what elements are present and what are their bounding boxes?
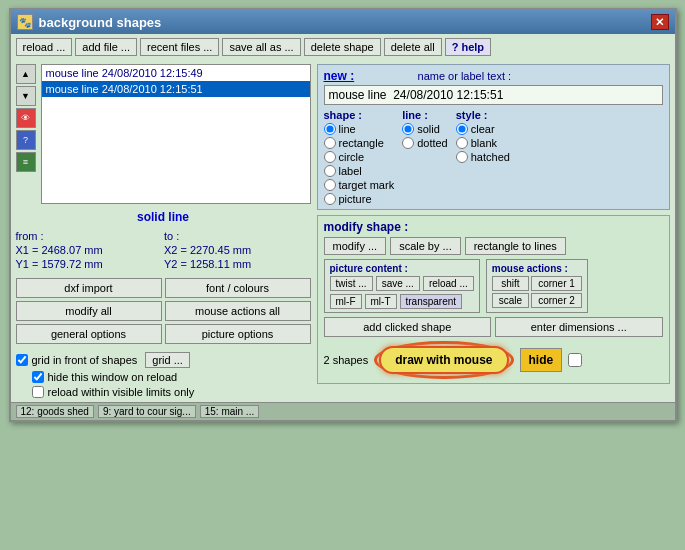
corner2-button[interactable]: corner 2: [531, 293, 582, 308]
style-clear-label: clear: [471, 123, 495, 135]
modify-mouse-row: modify all mouse actions all: [16, 301, 311, 321]
name-input-wrapper: [324, 83, 663, 105]
line-solid-radio-input[interactable]: [402, 123, 414, 135]
coords-grid: from : to : X1 = 2468.07 mm X2 = 2270.45…: [16, 230, 311, 270]
line-dotted-radio-input[interactable]: [402, 137, 414, 149]
shape-rectangle-label: rectangle: [339, 137, 384, 149]
left-panel: ▲ ▼ 👁 ? ≡ mouse line 24/08/2010 12:15:49…: [16, 64, 311, 398]
new-label: new :: [324, 69, 355, 83]
grid-front-checkbox[interactable]: [16, 354, 28, 366]
style-blank-radio-input[interactable]: [456, 137, 468, 149]
status-bar: 12: goods shed 9: yard to cour sig... 15…: [11, 402, 675, 420]
hide-button[interactable]: hide: [520, 348, 563, 372]
file-list[interactable]: mouse line 24/08/2010 12:15:49 mouse lin…: [41, 64, 311, 204]
draw-mouse-highlight: draw with mouse: [374, 341, 513, 379]
reload-visible-checkbox[interactable]: [32, 386, 44, 398]
shape-picture-radio-input[interactable]: [324, 193, 336, 205]
status-item-2: 9: yard to cour sig...: [98, 405, 196, 418]
mouse-actions-grid: shift corner 1 scale corner 2: [492, 276, 582, 308]
app-icon: 🐾: [17, 14, 33, 30]
shape-picture-label: picture: [339, 193, 372, 205]
lines-icon[interactable]: ≡: [16, 152, 36, 172]
shape-rectangle-radio-input[interactable]: [324, 137, 336, 149]
window-title: background shapes: [39, 15, 162, 30]
picture-content-row2: ml-F ml-T transparent: [330, 294, 474, 309]
grid-front-row: grid in front of shapes grid ...: [16, 352, 311, 368]
shape-label-label: label: [339, 165, 362, 177]
shapes-count: 2 shapes: [324, 354, 369, 366]
mlt-button[interactable]: ml-T: [365, 294, 397, 309]
recent-files-button[interactable]: recent files ...: [140, 38, 219, 56]
modify-row: modify ... scale by ... rectangle to lin…: [324, 237, 663, 255]
twist-button[interactable]: twist ...: [330, 276, 373, 291]
dxf-import-button[interactable]: dxf import: [16, 278, 162, 298]
shape-line-radio: line: [324, 123, 395, 135]
style-clear-radio: clear: [456, 123, 510, 135]
picture-mouse-row: picture content : twist ... save ... rel…: [324, 259, 663, 313]
dxf-font-row: dxf import font / colours: [16, 278, 311, 298]
picture-options-button[interactable]: picture options: [165, 324, 311, 344]
general-options-button[interactable]: general options: [16, 324, 162, 344]
corner1-button[interactable]: corner 1: [531, 276, 582, 291]
file-item[interactable]: mouse line 24/08/2010 12:15:49: [42, 65, 310, 81]
hide-window-checkbox[interactable]: [32, 371, 44, 383]
save-button[interactable]: save ...: [376, 276, 420, 291]
shift-button[interactable]: shift: [492, 276, 529, 291]
hide-window-label: hide this window on reload: [48, 371, 178, 383]
reload-pc-button[interactable]: reload ...: [423, 276, 474, 291]
toolbar: reload ... add file ... recent files ...…: [11, 34, 675, 60]
font-colours-button[interactable]: font / colours: [165, 278, 311, 298]
hide-checkbox[interactable]: [568, 353, 582, 367]
shape-label-radio: label: [324, 165, 395, 177]
modify-button[interactable]: modify ...: [324, 237, 387, 255]
scale-button[interactable]: scale: [492, 293, 529, 308]
delete-shape-button[interactable]: delete shape: [304, 38, 381, 56]
modify-label: modify shape :: [324, 220, 409, 234]
style-hatched-radio-input[interactable]: [456, 151, 468, 163]
draw-with-mouse-button[interactable]: draw with mouse: [379, 346, 508, 374]
from-label: from :: [16, 230, 163, 242]
transparent-button[interactable]: transparent: [400, 294, 463, 309]
name-input[interactable]: [324, 85, 663, 105]
shape-line-style-row: shape : line rectangle circle: [324, 109, 663, 205]
rect-to-lines-button[interactable]: rectangle to lines: [465, 237, 566, 255]
mouse-actions-all-button[interactable]: mouse actions all: [165, 301, 311, 321]
mlf-button[interactable]: ml-F: [330, 294, 362, 309]
add-clicked-shape-button[interactable]: add clicked shape: [324, 317, 492, 337]
style-clear-radio-input[interactable]: [456, 123, 468, 135]
shape-label-radio-input[interactable]: [324, 165, 336, 177]
question-icon[interactable]: ?: [16, 130, 36, 150]
picture-content-label: picture content :: [330, 263, 474, 274]
grid-button[interactable]: grid ...: [145, 352, 190, 368]
modify-all-button[interactable]: modify all: [16, 301, 162, 321]
file-item-selected[interactable]: mouse line 24/08/2010 12:15:51: [42, 81, 310, 97]
y2-label: Y2 = 1258.11 mm: [164, 258, 311, 270]
shape-line-radio-input[interactable]: [324, 123, 336, 135]
shape-target-label: target mark: [339, 179, 395, 191]
reload-button[interactable]: reload ...: [16, 38, 73, 56]
add-file-button[interactable]: add file ...: [75, 38, 137, 56]
name-label: name or label text :: [418, 70, 512, 82]
to-label: to :: [164, 230, 311, 242]
line-dotted-radio: dotted: [402, 137, 448, 149]
style-group-label: style :: [456, 109, 510, 121]
delete-all-button[interactable]: delete all: [384, 38, 442, 56]
eye-icon[interactable]: 👁: [16, 108, 36, 128]
shape-target-radio-input[interactable]: [324, 179, 336, 191]
enter-dimensions-button[interactable]: enter dimensions ...: [495, 317, 663, 337]
main-area: ▲ ▼ 👁 ? ≡ mouse line 24/08/2010 12:15:49…: [11, 60, 675, 402]
nav-up-icon[interactable]: ▲: [16, 64, 36, 84]
save-all-as-button[interactable]: save all as ...: [222, 38, 300, 56]
bottom-buttons: dxf import font / colours modify all mou…: [16, 278, 311, 344]
scale-by-button[interactable]: scale by ...: [390, 237, 461, 255]
title-bar: 🐾 background shapes ✕: [11, 10, 675, 34]
nav-down-icon[interactable]: ▼: [16, 86, 36, 106]
help-button[interactable]: ? help: [445, 38, 491, 56]
status-item-1: 12: goods shed: [16, 405, 94, 418]
style-blank-label: blank: [471, 137, 497, 149]
shape-circle-radio-input[interactable]: [324, 151, 336, 163]
shape-circle-radio: circle: [324, 151, 395, 163]
close-button[interactable]: ✕: [651, 14, 669, 30]
status-item-3: 15: main ...: [200, 405, 259, 418]
bottom-action-row: 2 shapes draw with mouse hide: [324, 341, 663, 379]
